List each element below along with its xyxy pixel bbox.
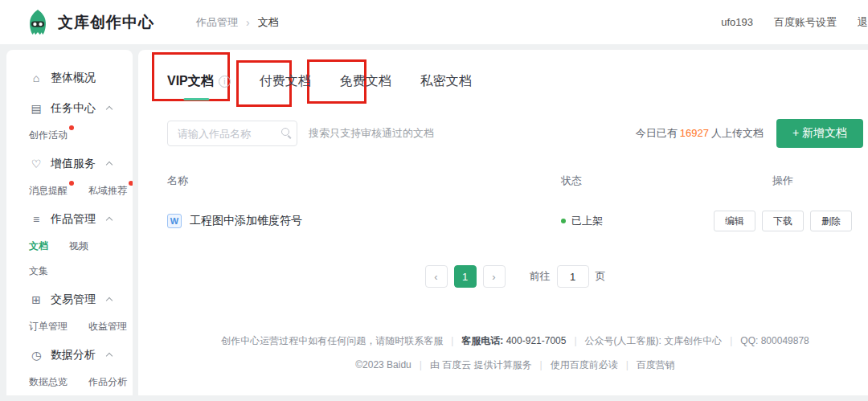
tab-paid-docs[interactable]: 付费文档	[260, 73, 311, 93]
breadcrumb-separator-icon: ›	[246, 16, 250, 29]
sidebar-item-message-reminder[interactable]: 消息提醒	[29, 184, 68, 198]
column-header-actions: 操作	[702, 174, 863, 188]
page-body: ⌂ 整体概况 ▤ 任务中心 创作活动 ♡ 增值服务 消息提醒 私域推荐	[0, 44, 868, 395]
cloud-credit: 由 百度云 提供计算服务	[430, 359, 532, 370]
chevron-up-icon	[106, 162, 113, 168]
sidebar-item-collections[interactable]: 文集	[29, 264, 48, 278]
copyright: ©2023 Baidu	[355, 359, 411, 370]
documents-table: 名称 状态 操作 W 工程图中添加锥度符号 已上架 编辑 下载 删除	[167, 174, 863, 231]
page-1-button[interactable]: 1	[454, 265, 477, 288]
wechat-account: 文库创作中心	[664, 335, 722, 346]
marketing-link[interactable]: 百度营销	[637, 359, 675, 370]
next-page-button[interactable]: ›	[483, 265, 506, 288]
table-header: 名称 状态 操作	[167, 174, 863, 188]
tab-vip-docs[interactable]: VIP文档 i	[167, 73, 231, 93]
value-services-subitems: 消息提醒 私域推荐	[6, 184, 133, 198]
logout-link[interactable]: 退出	[858, 15, 868, 30]
download-button[interactable]: 下载	[762, 211, 804, 231]
chevron-up-icon	[106, 217, 113, 223]
trade-icon: ⊞	[29, 293, 43, 306]
sidebar-item-work-analysis[interactable]: 作品分析	[88, 375, 127, 389]
search-input[interactable]	[167, 121, 297, 146]
pagination: ‹ 1 › 前往 页	[167, 265, 863, 288]
edit-button[interactable]: 编辑	[714, 211, 755, 231]
username-link[interactable]: ufo193	[721, 16, 753, 28]
word-doc-icon: W	[167, 214, 182, 228]
search-icon[interactable]	[281, 128, 289, 136]
phone-number: 400-921-7005	[506, 335, 567, 346]
top-header: 文库创作中心 作品管理 › 文档 ufo193 百度账号设置 退出	[0, 0, 868, 44]
doc-name-cell[interactable]: W 工程图中添加锥度符号	[167, 214, 561, 228]
column-header-name: 名称	[167, 174, 561, 188]
account-settings-link[interactable]: 百度账号设置	[774, 15, 837, 30]
wechat-label: 公众号(人工客服):	[585, 335, 665, 346]
breadcrumb: 作品管理 › 文档	[196, 15, 279, 30]
clock-icon: ◷	[29, 349, 43, 362]
sidebar-item-videos[interactable]: 视频	[69, 239, 88, 253]
sidebar-item-task-center[interactable]: ▤ 任务中心	[6, 100, 133, 117]
breadcrumb-current: 文档	[258, 15, 279, 30]
add-document-button[interactable]: + 新增文档	[776, 119, 863, 148]
trade-subitems: 订单管理 收益管理	[6, 320, 133, 333]
notification-dot	[69, 181, 74, 186]
sidebar-item-documents[interactable]: 文档	[29, 239, 48, 253]
chevron-up-icon	[106, 297, 113, 304]
prev-page-button[interactable]: ‹	[425, 265, 448, 288]
sidebar-item-value-services[interactable]: ♡ 增值服务	[6, 155, 133, 173]
sidebar-item-overview[interactable]: ⌂ 整体概况	[6, 69, 133, 87]
column-header-status: 状态	[561, 174, 702, 188]
upload-count: 16927	[680, 127, 709, 139]
qq-label: QQ:	[740, 335, 760, 346]
wenku-logo[interactable]: 文库创作中心	[24, 9, 154, 36]
footer: 创作中心运营过程中如有任何问题，请随时联系客服|客服电话: 400-921-70…	[167, 334, 863, 372]
search-box	[167, 121, 297, 146]
delete-button[interactable]: 删除	[810, 211, 852, 231]
sidebar-item-creation-activity[interactable]: 创作活动	[29, 129, 68, 142]
notification-dot	[129, 181, 133, 186]
sidebar-item-data-summary[interactable]: 数据总览	[29, 375, 68, 389]
goto-page: 前往 页	[530, 265, 606, 288]
status-badge: 已上架	[571, 214, 603, 228]
layers-icon: ≡	[29, 213, 43, 226]
header-right: ufo193 百度账号设置 退出	[721, 0, 868, 44]
info-icon[interactable]: i	[219, 76, 231, 88]
sidebar-item-trade-management[interactable]: ⊞ 交易管理	[6, 291, 133, 309]
chevron-up-icon	[106, 353, 113, 359]
chevron-up-icon	[106, 106, 113, 113]
status-dot-icon	[561, 219, 566, 223]
toolbar: 搜索只支持审核通过的文档 今日已有16927人上传文档 + 新增文档	[167, 119, 863, 148]
upload-stat: 今日已有16927人上传文档	[636, 126, 764, 141]
sidebar-item-order-management[interactable]: 订单管理	[29, 320, 68, 333]
search-hint: 搜索只支持审核通过的文档	[309, 126, 434, 141]
doc-status-cell: 已上架	[561, 214, 702, 228]
sidebar-item-income-management[interactable]: 收益管理	[88, 320, 127, 333]
sidebar-item-works-management[interactable]: ≡ 作品管理	[6, 211, 133, 228]
works-subitems-row1: 文档 视频	[6, 239, 133, 253]
doc-type-tabs: VIP文档 i 付费文档 免费文档 私密文档	[167, 71, 863, 95]
heart-icon: ♡	[29, 158, 43, 170]
goto-page-input[interactable]	[557, 265, 589, 288]
must-read-link[interactable]: 使用百度前必读	[551, 359, 618, 370]
squid-mascot-icon	[24, 9, 51, 36]
task-center-subitems: 创作活动	[6, 129, 133, 142]
sidebar-item-data-analytics[interactable]: ◷ 数据分析	[6, 346, 133, 364]
doc-actions-cell: 编辑 下载 删除	[702, 211, 863, 231]
notification-dot	[69, 125, 74, 130]
main-content: VIP文档 i 付费文档 免费文档 私密文档 搜索只支持审核通过的文档 今日已有…	[138, 50, 868, 395]
sidebar: ⌂ 整体概况 ▤ 任务中心 创作活动 ♡ 增值服务 消息提醒 私域推荐	[6, 50, 133, 395]
qq-number: 800049878	[761, 335, 809, 346]
breadcrumb-section[interactable]: 作品管理	[196, 15, 238, 30]
doc-title[interactable]: 工程图中添加锥度符号	[190, 214, 302, 228]
app-title: 文库创作中心	[58, 12, 154, 33]
works-subitems-row2: 文集	[6, 264, 133, 278]
analytics-subitems: 数据总览 作品分析	[6, 375, 133, 389]
home-icon: ⌂	[29, 72, 43, 84]
active-tab-underline	[184, 98, 210, 100]
table-row: W 工程图中添加锥度符号 已上架 编辑 下载 删除	[167, 211, 863, 231]
footer-legal-line: ©2023 Baidu|由 百度云 提供计算服务|使用百度前必读|百度营销	[167, 358, 863, 372]
tab-private-docs[interactable]: 私密文档	[420, 73, 472, 93]
footer-support-line: 创作中心运营过程中如有任何问题，请随时联系客服|客服电话: 400-921-70…	[167, 334, 863, 348]
sidebar-item-private-domain[interactable]: 私域推荐	[88, 184, 127, 198]
phone-label: 客服电话:	[461, 335, 506, 346]
tab-free-docs[interactable]: 免费文档	[340, 73, 391, 93]
